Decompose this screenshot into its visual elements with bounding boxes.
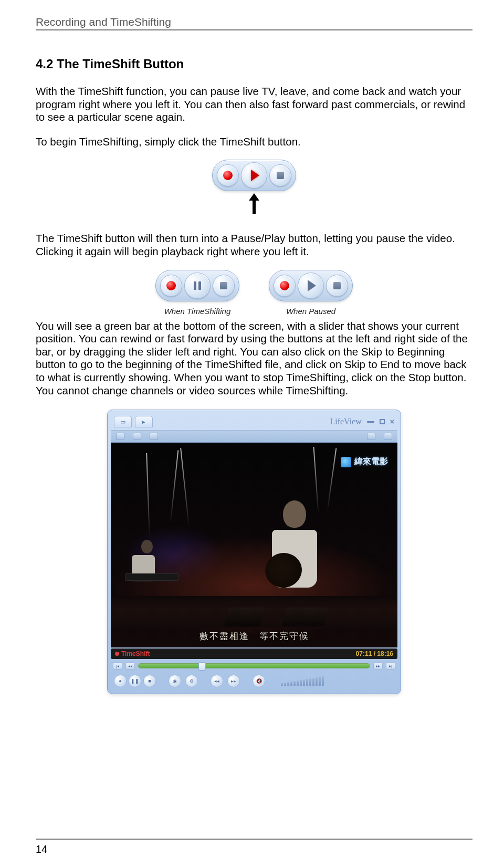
stop-icon <box>220 282 227 289</box>
seek-bar-row: |◂ ◂◂ ▸▸ ▸| <box>111 662 397 670</box>
figure-timeshift-button <box>36 160 472 216</box>
stop-icon <box>277 172 284 179</box>
channel-logo-icon <box>341 457 351 467</box>
record-icon <box>166 281 176 290</box>
timeshift-play-button[interactable] <box>241 162 267 189</box>
stop-button[interactable]: ■ <box>143 675 156 687</box>
pause-button[interactable] <box>184 273 211 299</box>
paragraph-2: To begin TimeShifting, simply click the … <box>36 135 472 149</box>
transport-controls: ● ❚❚ ■ ◉ ⚙ ◂◂ ▸▸ 🔇 <box>111 674 397 688</box>
tab-tv[interactable]: ▭ <box>114 416 132 427</box>
player-titlebar: ▭ ▸ LifeView × <box>111 413 397 430</box>
toolbar-icon-5[interactable] <box>384 433 392 440</box>
play-icon <box>308 280 316 291</box>
svg-marker-0 <box>249 193 259 214</box>
brand-logo: LifeView <box>330 417 361 426</box>
skip-to-beginning-button[interactable]: |◂ <box>113 662 122 670</box>
pause-icon <box>194 281 201 290</box>
video-subtitle: 數不盡相逢 等不完守候 <box>111 630 397 642</box>
figure-state-comparison: When TimeShifting When Paused <box>36 270 472 316</box>
volume-slider[interactable] <box>281 676 324 686</box>
paragraph-4: You will see a green bar at the bottom o… <box>36 320 472 398</box>
status-label: TimeShift <box>121 650 150 657</box>
stop-button[interactable] <box>269 164 291 186</box>
player-toolbar <box>111 430 397 443</box>
snapshot-button[interactable]: ◉ <box>169 675 181 687</box>
record-icon <box>223 171 233 180</box>
toolbar-icon-1[interactable] <box>116 433 124 440</box>
channel-watermark: 緯來電影 <box>341 456 388 467</box>
play-icon <box>251 170 259 181</box>
record-button[interactable] <box>274 275 296 297</box>
record-button[interactable]: ● <box>114 675 127 687</box>
record-button[interactable] <box>160 275 182 297</box>
tab-file[interactable]: ▸ <box>135 416 153 427</box>
close-icon[interactable]: × <box>390 417 394 426</box>
toolbar-icon-3[interactable] <box>150 433 158 440</box>
pause-button[interactable]: ❚❚ <box>129 675 141 687</box>
arrow-indicator <box>212 193 296 216</box>
settings-button[interactable]: ⚙ <box>185 675 198 687</box>
play-button[interactable] <box>298 273 324 299</box>
section-title: 4.2 The TimeShift Button <box>36 57 472 71</box>
next-channel-button[interactable]: ▸▸ <box>227 675 240 687</box>
page-header: Recording and TimeShifting <box>36 16 472 30</box>
seek-track[interactable] <box>138 663 370 668</box>
maximize-icon[interactable] <box>380 419 385 424</box>
player-window: ▭ ▸ LifeView × <box>107 410 401 694</box>
paragraph-1: With the TimeShift function, you can pau… <box>36 85 472 124</box>
stop-icon <box>333 282 341 289</box>
page-number: 14 <box>36 843 47 855</box>
stop-button[interactable] <box>213 275 235 297</box>
timecode: 07:11 / 18:16 <box>356 650 393 657</box>
status-bar: TimeShift 07:11 / 18:16 <box>111 649 397 659</box>
footer-rule <box>36 839 472 840</box>
recording-indicator-icon <box>115 652 119 656</box>
stop-button[interactable] <box>326 275 348 297</box>
fast-forward-button[interactable]: ▸▸ <box>373 662 383 670</box>
figure-player-screenshot: ▭ ▸ LifeView × <box>36 410 472 694</box>
caption-paused: When Paused <box>269 307 353 316</box>
toolbar-icon-4[interactable] <box>367 433 375 440</box>
caption-timeshifting: When TimeShifting <box>155 307 239 316</box>
skip-to-end-button[interactable]: ▸| <box>386 662 395 670</box>
minimize-icon[interactable] <box>367 421 374 423</box>
record-icon <box>280 281 289 290</box>
paragraph-3: The TimeShift button will then turn into… <box>36 232 472 258</box>
mute-button[interactable]: 🔇 <box>253 675 265 687</box>
record-button[interactable] <box>217 164 239 186</box>
seek-thumb[interactable] <box>198 662 206 671</box>
prev-channel-button[interactable]: ◂◂ <box>211 675 223 687</box>
toolbar-icon-2[interactable] <box>133 433 141 440</box>
rewind-button[interactable]: ◂◂ <box>125 662 135 670</box>
video-viewport: 緯來電影 數不盡相逢 等不完守候 <box>111 443 397 647</box>
